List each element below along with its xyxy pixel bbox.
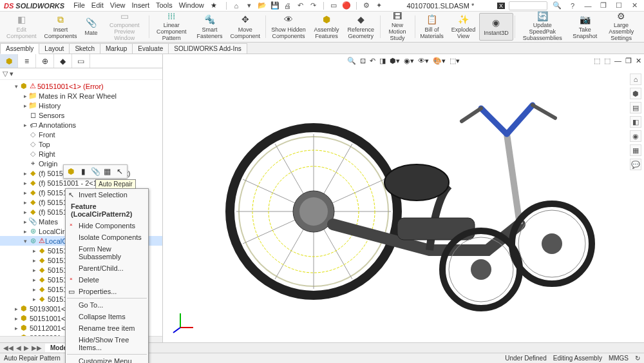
assembly-features-button[interactable]: ⬢Assembly Features (310, 13, 343, 41)
save-icon[interactable]: 💾 (270, 1, 279, 10)
menu-help[interactable]: ★ (211, 1, 217, 10)
ctx-goto[interactable]: Go To... (66, 299, 148, 311)
prev-view-icon[interactable]: ↶ (370, 57, 375, 65)
display-tab[interactable]: ◆ (54, 54, 72, 68)
reference-geometry-button[interactable]: ◆Reference Geometry (343, 13, 379, 41)
feature-tree-tab[interactable]: ⬢ (0, 54, 18, 68)
ctx-parent-child[interactable]: Parent/Child... (66, 262, 148, 274)
menu-insert[interactable]: Insert (131, 1, 149, 10)
view-orient-icon[interactable]: ⬢▾ (390, 57, 400, 65)
other-tab[interactable]: ▭ (72, 54, 90, 68)
home-icon[interactable]: ⌂ (232, 1, 241, 10)
zoom-fit-icon[interactable]: 🔍 (347, 57, 356, 65)
options-icon[interactable]: ⚙ (362, 1, 371, 10)
tab-layout[interactable]: Layout (39, 43, 70, 54)
appearance-icon[interactable]: 🎨▾ (433, 57, 446, 65)
ctx-invert-icon[interactable]: ⬢ (66, 166, 76, 177)
menu-window[interactable]: Window (179, 1, 204, 10)
menu-edit[interactable]: Edit (91, 1, 104, 10)
tab-sketch[interactable]: Sketch (69, 43, 100, 54)
search-box[interactable] (509, 1, 547, 10)
svg-point-25 (542, 233, 562, 254)
update-speedpak-button[interactable]: 🔄Update SpeedPak Subassemblies (516, 13, 569, 41)
select-icon[interactable]: ▭ (329, 1, 338, 10)
instant3d-button[interactable]: ◉Instant3D (479, 13, 513, 41)
new-icon[interactable]: ▾ (245, 1, 254, 10)
hide-show-icon[interactable]: 👁▾ (418, 57, 429, 65)
ctx-cursor-icon[interactable]: ↖ (115, 166, 124, 177)
tab-nav[interactable]: ◀◀◀▶▶▶ (0, 344, 45, 351)
config-tab[interactable]: ⊕ (36, 54, 54, 68)
insert-components-button[interactable]: ⧉Insert Components (41, 13, 81, 41)
scene-icon[interactable]: ⬚▾ (450, 57, 460, 65)
ctx-hideshow-tree[interactable]: Hide/Show Tree Items... (66, 334, 148, 353)
ctx-hide-components[interactable]: ×Hide Components (66, 220, 148, 231)
status-refresh-icon[interactable]: ↻ (635, 355, 640, 362)
tree-mates-rx[interactable]: Mates in RX Rear Wheel (39, 92, 117, 100)
exploded-view-button[interactable]: ✨Exploded View (448, 13, 480, 41)
minimize-icon[interactable]: — (582, 1, 594, 10)
open-icon[interactable]: 📂 (258, 1, 267, 10)
close-icon[interactable]: ✕ (629, 1, 640, 10)
property-tab[interactable]: ≡ (18, 54, 36, 68)
redo-icon[interactable]: ↷ (309, 1, 318, 10)
smart-fasteners-button[interactable]: 🔩Smart Fasteners (193, 13, 226, 41)
tree-right-plane[interactable]: Right (39, 150, 55, 158)
edit-component-button[interactable]: ◧Edit Component (3, 13, 41, 41)
show-hidden-button[interactable]: 👁Show Hidden Components (267, 13, 310, 41)
tree-filter[interactable]: ▽ ▾ (0, 68, 162, 80)
ctx-attach-icon[interactable]: 📎 (91, 166, 100, 177)
display-style-icon[interactable]: ◉▾ (404, 57, 414, 65)
ctx-isolate-components[interactable]: Isolate Components (66, 231, 148, 243)
ctx-delete[interactable]: ×Delete (66, 274, 148, 286)
component-preview-button[interactable]: ▭Component Preview Window (102, 13, 147, 41)
linear-pattern-button[interactable]: ⁞⁞⁞Linear Component Pattern (150, 13, 193, 41)
menu-file[interactable]: File (73, 1, 85, 10)
mate-button[interactable]: 📎Mate (81, 13, 102, 41)
graphics-viewport[interactable]: 🔍 ⊡ ↶ ◨ ⬢▾ ◉▾ 👁▾ 🎨▾ ⬚▾ ⬚ ⬚ — ❐ ✕ ⌂ ⬢ ▤ ◧… (163, 54, 644, 342)
tree-sensors[interactable]: Sensors (39, 112, 64, 119)
tree-history[interactable]: History (39, 102, 61, 110)
ctx-collapse[interactable]: Collapse Items (66, 311, 148, 322)
tree-origin[interactable]: Origin (39, 160, 57, 168)
ctx-rename[interactable]: Rename tree item (66, 322, 148, 334)
tree-annotations[interactable]: Annotations (39, 121, 76, 129)
search-icon[interactable]: 🔍 (551, 1, 563, 10)
ctx-invert-selection[interactable]: ↖Invert Selection (66, 189, 148, 201)
tree-front-plane[interactable]: Front (39, 131, 55, 139)
tree-root[interactable]: 50151001<1> (Error) (37, 83, 104, 90)
tree-mates-1[interactable]: Mates (39, 218, 58, 226)
ctx-properties[interactable]: ▭Properties... (66, 286, 148, 297)
undo-icon[interactable]: ↶ (296, 1, 305, 10)
tab-assembly[interactable]: Assembly (0, 43, 39, 54)
status-units[interactable]: MMGS (609, 355, 629, 362)
take-snapshot-button[interactable]: 📷Take Snapshot (569, 13, 601, 41)
restore-icon[interactable]: ❐ (598, 1, 609, 10)
new-motion-study-button[interactable]: 🎞New Motion Study (381, 13, 413, 41)
ctx-grid-icon[interactable]: ▦ (103, 166, 113, 177)
section-icon[interactable]: ◨ (379, 57, 386, 65)
menu-view[interactable]: View (110, 1, 126, 10)
x-badge[interactable]: X (497, 3, 505, 9)
tab-markup[interactable]: Markup (100, 43, 133, 54)
tree-top-plane[interactable]: Top (39, 141, 50, 148)
svg-point-17 (299, 197, 328, 226)
ctx-form-subassembly[interactable]: Form New Subassembly (66, 243, 148, 262)
bom-button[interactable]: 📋Bill of Materials (416, 13, 448, 41)
model-render (163, 54, 644, 342)
move-component-button[interactable]: ✥Move Component (226, 13, 264, 41)
svg-line-28 (173, 328, 180, 333)
rebuild-icon[interactable]: 🔴 (342, 1, 351, 10)
print-icon[interactable]: 🖨 (283, 1, 292, 10)
tab-addins[interactable]: SOLIDWORKS Add-Ins (168, 43, 247, 54)
orientation-triad[interactable] (171, 308, 196, 336)
tab-evaluate[interactable]: Evaluate (132, 43, 169, 54)
ctx-isolate-icon[interactable]: ▮ (79, 166, 88, 177)
large-assembly-button[interactable]: ⚙Large Assembly Settings (601, 13, 641, 41)
menu-tools[interactable]: Tools (156, 1, 173, 10)
zoom-area-icon[interactable]: ⊡ (360, 57, 366, 65)
maximize-icon[interactable]: ☐ (613, 1, 625, 10)
help-icon[interactable]: ? (567, 1, 578, 10)
ctx-customize[interactable]: Customize Menu (66, 355, 148, 363)
settings-icon[interactable]: ✦ (375, 1, 384, 10)
